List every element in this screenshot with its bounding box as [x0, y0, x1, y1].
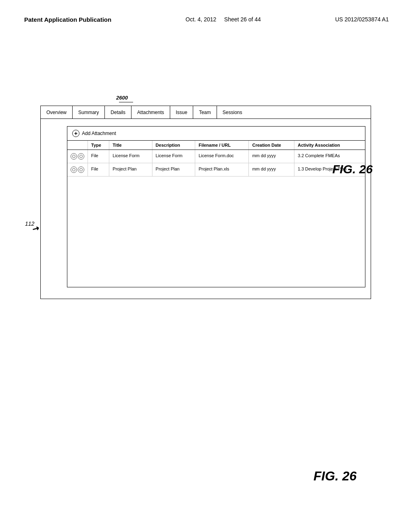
page-header: Patent Application Publication Oct. 4, 2… — [0, 0, 413, 31]
add-attachment-row[interactable]: + Add Attachment — [67, 127, 365, 141]
header-patent-number: US 2012/0253874 A1 — [335, 16, 389, 23]
row2-icon-cell — [71, 166, 84, 173]
tab-attachments[interactable]: Attachments — [131, 106, 170, 118]
tab-team[interactable]: Team — [193, 106, 217, 118]
tab-overview[interactable]: Overview — [41, 106, 73, 118]
row1-edit-icon[interactable] — [71, 153, 77, 160]
add-attachment-label: Add Attachment — [82, 131, 116, 136]
header-sheet: Sheet 26 of 44 — [224, 16, 261, 23]
row2-title: Project Plan — [109, 163, 152, 177]
row2-edit-icon[interactable] — [71, 166, 77, 173]
main-content: 112 ↗ 2600 Overview Summary Details Atta… — [0, 31, 413, 47]
row1-filename: License Form.doc — [195, 150, 249, 163]
row2-type: File — [88, 163, 109, 177]
row1-activity: 3.2 Complete FMEAs — [294, 150, 365, 163]
row2-creation-date: mm dd yyyy — [249, 163, 294, 177]
header-date-sheet: Oct. 4, 2012 Sheet 26 of 44 — [186, 16, 261, 23]
fig-26-label: FIG. 26 — [313, 469, 357, 484]
col-header-description: Description — [152, 141, 195, 150]
col-header-creation-date: Creation Date — [249, 141, 294, 150]
col-header-type: Type — [88, 141, 109, 150]
col-header-icons — [67, 141, 88, 150]
row2-icons — [67, 163, 88, 177]
tab-summary[interactable]: Summary — [73, 106, 105, 118]
row1-title: License Form — [109, 150, 152, 163]
attachment-table: Type Title Description Filename / URL Cr… — [67, 141, 365, 177]
row1-creation-date: mm dd yyyy — [249, 150, 294, 163]
tab-sessions[interactable]: Sessions — [217, 106, 248, 118]
row1-icon-cell — [71, 153, 84, 160]
row1-type: File — [88, 150, 109, 163]
outer-container-box: Overview Summary Details Attachments Iss… — [40, 106, 371, 299]
figure-label: FIG. 26 — [332, 162, 373, 176]
tab-details[interactable]: Details — [105, 106, 131, 118]
row1-icons — [67, 150, 88, 163]
tab-issue[interactable]: Issue — [170, 106, 194, 118]
row2-filename: Project Plan.xls — [195, 163, 249, 177]
row2-delete-icon[interactable] — [78, 166, 84, 173]
row1-delete-icon[interactable] — [78, 153, 84, 160]
col-header-filename: Filename / URL — [195, 141, 249, 150]
col-header-title: Title — [109, 141, 152, 150]
header-date: Oct. 4, 2012 — [186, 16, 216, 23]
table-header-row: Type Title Description Filename / URL Cr… — [67, 141, 365, 150]
row2-description: Project Plan — [152, 163, 195, 177]
inner-content-box: + Add Attachment Type Title Description … — [67, 126, 365, 287]
add-attachment-icon: + — [72, 130, 79, 137]
ref-2600-label: 2600 — [116, 95, 128, 101]
table-row: File Project Plan Project Plan Project P… — [67, 163, 365, 177]
ref-2600-line — [119, 102, 133, 102]
row1-description: License Form — [152, 150, 195, 163]
header-publication-title: Patent Application Publication — [24, 16, 111, 23]
col-header-activity: Activity Association — [294, 141, 365, 150]
table-row: File License Form License Form License F… — [67, 150, 365, 163]
tab-bar: Overview Summary Details Attachments Iss… — [41, 106, 371, 119]
